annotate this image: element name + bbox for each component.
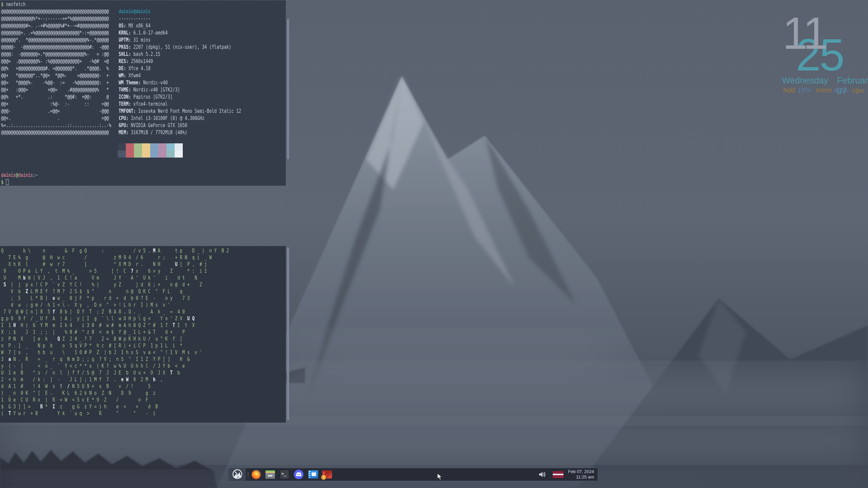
clock-hour: 11 [783, 7, 827, 59]
terminal-cursor [6, 179, 9, 185]
launcher-discord[interactable] [294, 469, 304, 480]
terminal-window-neofetch[interactable]: $ neofetch @@@@@@@@@@@@@@@@@@@@@@@@@@@@@… [0, 0, 286, 186]
firefox-icon [252, 470, 261, 479]
mx-logo-icon [231, 469, 243, 480]
volume-button[interactable] [537, 469, 548, 480]
system-stats: hdd 19%mem 45%cpu 5% [783, 86, 868, 94]
mail-unread-badge: 2 [321, 475, 326, 480]
mouse-cursor [437, 473, 443, 481]
video-player-icon [308, 470, 318, 479]
keyboard-layout-flag-latvia[interactable] [552, 471, 564, 479]
cmatrix-scrollbar[interactable] [287, 247, 289, 420]
launcher-mail[interactable]: 2 [322, 469, 332, 480]
launcher-video-player[interactable] [308, 469, 318, 480]
terminal-scrollbar[interactable] [287, 19, 289, 159]
cmatrix-output: Q b \ n & F g Q : / v 5 . M A t p D _ ) … [0, 246, 229, 417]
panel-time: 11:25 am [568, 474, 594, 480]
speaker-icon [538, 471, 547, 478]
terminal-icon: >_ [280, 470, 289, 479]
taskbar: >_ 2 [229, 468, 598, 481]
neofetch-output: $ neofetch @@@@@@@@@@@@@@@@@@@@@@@@@@@@@… [0, 0, 229, 186]
discord-icon [294, 470, 303, 479]
conky-clock-widget: 25 11 Wednesday February 07 hdd 19%mem 4… [776, 17, 865, 95]
mail-icon: 2 [322, 470, 332, 479]
file-manager-icon [265, 470, 275, 479]
panel-clock[interactable]: Feb 07, 2024 11:25 am [568, 469, 597, 480]
launcher-firefox[interactable] [251, 469, 261, 480]
launcher-terminal[interactable]: >_ [279, 469, 290, 480]
panel-date: Feb 07, 2024 [568, 469, 594, 474]
terminal-window-cmatrix[interactable]: Q b \ n & F g Q : / v 5 . M A t p D _ ) … [0, 246, 286, 423]
launcher-grip-handle[interactable] [247, 472, 249, 477]
desktop: $ neofetch @@@@@@@@@@@@@@@@@@@@@@@@@@@@@… [0, 0, 868, 488]
mx-app-menu-button[interactable] [229, 468, 246, 481]
launcher-file-manager[interactable] [265, 469, 275, 480]
terminal-color-palette [118, 143, 183, 158]
